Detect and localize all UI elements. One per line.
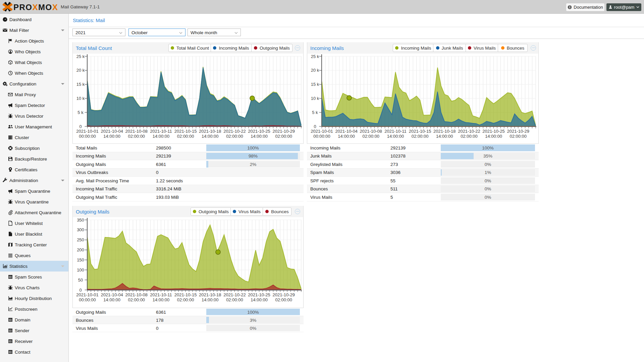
svg-text:0: 0 bbox=[79, 124, 82, 129]
svg-text:14:00:00: 14:00:00 bbox=[202, 297, 219, 302]
svg-text:2021-10-15: 2021-10-15 bbox=[174, 292, 197, 297]
svg-text:2021-10-11: 2021-10-11 bbox=[384, 129, 407, 134]
svg-text:02:00:00: 02:00:00 bbox=[363, 134, 380, 139]
svg-text:2021-10-01: 2021-10-01 bbox=[311, 129, 333, 134]
svg-text:2021-10-01: 2021-10-01 bbox=[76, 292, 99, 297]
svg-text:200: 200 bbox=[77, 247, 84, 252]
svg-text:2021-10-29: 2021-10-29 bbox=[273, 129, 295, 134]
svg-text:2021-10-11: 2021-10-11 bbox=[150, 129, 172, 134]
svg-text:02:00:00: 02:00:00 bbox=[509, 134, 527, 139]
svg-text:02:00:00: 02:00:00 bbox=[275, 134, 292, 139]
svg-text:2021-10-08: 2021-10-08 bbox=[125, 292, 148, 297]
svg-text:0: 0 bbox=[314, 124, 316, 129]
svg-text:2021-10-22: 2021-10-22 bbox=[458, 129, 480, 134]
svg-text:2021-10-11: 2021-10-11 bbox=[150, 292, 172, 297]
svg-text:00:00:00: 00:00:00 bbox=[79, 134, 96, 139]
svg-text:00:00:00: 00:00:00 bbox=[79, 297, 96, 302]
svg-text:2021-10-04: 2021-10-04 bbox=[101, 129, 123, 134]
svg-text:250: 250 bbox=[77, 237, 84, 242]
svg-text:2021-10-18: 2021-10-18 bbox=[199, 129, 221, 134]
svg-text:300: 300 bbox=[77, 227, 84, 232]
svg-text:2021-10-29: 2021-10-29 bbox=[507, 129, 530, 134]
svg-text:2021-10-18: 2021-10-18 bbox=[199, 292, 221, 297]
svg-text:02:00:00: 02:00:00 bbox=[128, 134, 145, 139]
svg-text:5 k: 5 k bbox=[312, 110, 318, 115]
svg-text:25 k: 25 k bbox=[311, 54, 319, 59]
svg-text:02:00:00: 02:00:00 bbox=[226, 297, 243, 302]
svg-text:2021-10-04: 2021-10-04 bbox=[101, 292, 123, 297]
svg-text:02:00:00: 02:00:00 bbox=[461, 134, 478, 139]
svg-text:02:00:00: 02:00:00 bbox=[412, 134, 429, 139]
svg-text:02:00:00: 02:00:00 bbox=[226, 134, 243, 139]
svg-text:14:00:00: 14:00:00 bbox=[251, 297, 268, 302]
svg-text:2021-10-01: 2021-10-01 bbox=[76, 129, 99, 134]
svg-text:350: 350 bbox=[77, 218, 84, 223]
svg-text:15 k: 15 k bbox=[76, 82, 85, 87]
svg-text:14:00:00: 14:00:00 bbox=[153, 297, 170, 302]
svg-text:2021-10-25: 2021-10-25 bbox=[482, 129, 505, 134]
svg-text:25 k: 25 k bbox=[76, 54, 85, 59]
svg-text:2021-10-29: 2021-10-29 bbox=[273, 292, 295, 297]
svg-text:50: 50 bbox=[78, 278, 83, 283]
svg-text:14:00:00: 14:00:00 bbox=[103, 134, 120, 139]
svg-text:2021-10-18: 2021-10-18 bbox=[433, 129, 456, 134]
svg-text:14:00:00: 14:00:00 bbox=[436, 134, 453, 139]
svg-text:150: 150 bbox=[77, 257, 84, 262]
svg-text:14:00:00: 14:00:00 bbox=[485, 134, 502, 139]
svg-text:2021-10-22: 2021-10-22 bbox=[223, 292, 246, 297]
svg-text:2021-10-08: 2021-10-08 bbox=[125, 129, 148, 134]
svg-text:00:00:00: 00:00:00 bbox=[313, 134, 330, 139]
svg-text:10 k: 10 k bbox=[311, 96, 319, 101]
svg-text:2021-10-04: 2021-10-04 bbox=[335, 129, 358, 134]
svg-text:0: 0 bbox=[79, 288, 82, 293]
svg-text:2021-10-15: 2021-10-15 bbox=[409, 129, 431, 134]
svg-text:10 k: 10 k bbox=[76, 96, 85, 101]
svg-text:15 k: 15 k bbox=[311, 82, 319, 87]
svg-text:2021-10-25: 2021-10-25 bbox=[248, 129, 270, 134]
svg-text:2021-10-08: 2021-10-08 bbox=[360, 129, 382, 134]
svg-text:14:00:00: 14:00:00 bbox=[202, 134, 219, 139]
svg-text:2021-10-25: 2021-10-25 bbox=[248, 292, 270, 297]
svg-text:20 k: 20 k bbox=[76, 68, 85, 73]
svg-text:2021-10-15: 2021-10-15 bbox=[174, 129, 197, 134]
svg-text:02:00:00: 02:00:00 bbox=[177, 134, 194, 139]
svg-text:2021-10-22: 2021-10-22 bbox=[223, 129, 246, 134]
svg-text:14:00:00: 14:00:00 bbox=[153, 134, 170, 139]
svg-text:02:00:00: 02:00:00 bbox=[128, 297, 145, 302]
svg-text:20 k: 20 k bbox=[311, 68, 319, 73]
svg-text:14:00:00: 14:00:00 bbox=[387, 134, 404, 139]
svg-text:14:00:00: 14:00:00 bbox=[338, 134, 355, 139]
svg-text:14:00:00: 14:00:00 bbox=[251, 134, 268, 139]
svg-text:02:00:00: 02:00:00 bbox=[275, 297, 292, 302]
svg-text:02:00:00: 02:00:00 bbox=[177, 297, 194, 302]
svg-text:14:00:00: 14:00:00 bbox=[103, 297, 120, 302]
svg-text:5 k: 5 k bbox=[77, 110, 84, 115]
svg-text:100: 100 bbox=[77, 267, 84, 273]
